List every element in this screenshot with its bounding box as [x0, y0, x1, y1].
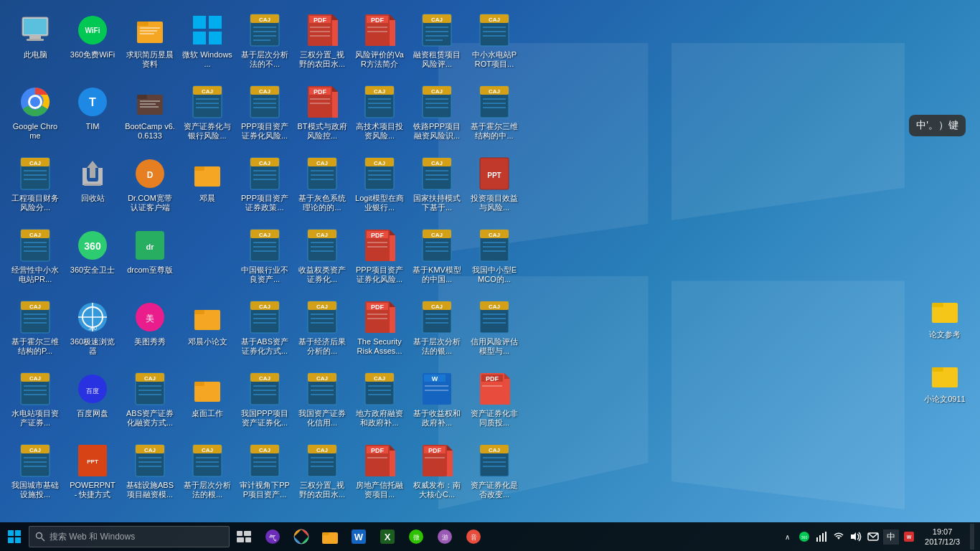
- icon-caj31[interactable]: CAJ 我国城市基础设施投...: [7, 438, 63, 509]
- icon-baidu[interactable]: 百度 百度网盘: [65, 366, 121, 438]
- language-indicator[interactable]: 中: [883, 529, 899, 545]
- icon-caj21[interactable]: CAJ 基于霍尔三维结构的P...: [7, 294, 63, 366]
- icon-label-pdf3: BT模式与政府风险控...: [297, 122, 347, 141]
- icon-caj26[interactable]: CAJ 水电站项目资产证券...: [7, 366, 63, 438]
- tray-network-icon[interactable]: [814, 529, 829, 544]
- svg-text:CAJ: CAJ: [202, 88, 213, 95]
- icon-pdf5[interactable]: PDF The Security Risk Asses...: [352, 294, 407, 366]
- icon-caj19[interactable]: CAJ 基于KMV模型的中国...: [409, 222, 465, 294]
- icon-caj11[interactable]: CAJ PPP项目资产证券政策...: [237, 151, 293, 222]
- icon-drcom[interactable]: dr drcom至尊版: [122, 222, 178, 294]
- taskbar-app-excel[interactable]: X: [373, 522, 402, 551]
- icon-pdf2[interactable]: PDF 风险评价的VaR方法简介: [352, 7, 407, 79]
- icon-recycle[interactable]: 回收站: [65, 151, 121, 222]
- tray-wps-icon[interactable]: W: [902, 529, 916, 544]
- icon-caj20[interactable]: CAJ 我国中小型EMCO的...: [466, 222, 522, 294]
- icon-resume[interactable]: 求职简历昱晨资料: [122, 7, 178, 79]
- icon-windows[interactable]: 微软 Windows ...: [179, 7, 235, 79]
- icon-word1[interactable]: W 基于收益权和政府补...: [409, 366, 465, 438]
- icon-caj15[interactable]: CAJ 经营性中小水电站PR...: [7, 222, 63, 294]
- icon-caj14[interactable]: CAJ 国家扶持模式下基于...: [409, 151, 465, 222]
- icon-pdf3[interactable]: PDF BT模式与政府风险控...: [294, 79, 350, 151]
- icon-caj18[interactable]: CAJ 收益权类资产证券化...: [294, 222, 350, 294]
- icon-caj10[interactable]: CAJ 工程项目财务风险分...: [7, 151, 63, 222]
- icon-browser360[interactable]: 360 360极速浏览器: [65, 294, 121, 366]
- tray-360-icon[interactable]: 360: [797, 529, 811, 544]
- icon-caj25[interactable]: CAJ 信用风险评估模型与...: [466, 294, 522, 366]
- icon-caj1[interactable]: CAJ 基于层次分析法的不...: [237, 7, 293, 79]
- icon-ppt1[interactable]: PPT 投资项目效益与风险...: [466, 151, 522, 222]
- icon-desktop2[interactable]: 桌面工作: [179, 366, 235, 438]
- svg-text:PDF: PDF: [371, 232, 385, 239]
- icon-label-caj26: 水电站项目资产证券...: [10, 409, 60, 428]
- show-desktop-button[interactable]: [970, 524, 974, 550]
- icon-caj32[interactable]: CAJ 基础设施ABS项目融资模...: [122, 438, 178, 509]
- icon-caj3[interactable]: CAJ 中小水电站PROT项目...: [466, 7, 522, 79]
- icon-caj12[interactable]: CAJ 基于灰色系统理论的的...: [294, 151, 350, 222]
- icon-pdf4[interactable]: PDF PPP项目资产证券化风险...: [352, 222, 407, 294]
- taskbar-app-game[interactable]: 游: [430, 522, 459, 551]
- taskbar-app-colorful[interactable]: [287, 522, 316, 551]
- icon-label-drcom2: Dr.COM宽带认证客户端: [125, 194, 175, 212]
- svg-rect-349: [819, 535, 821, 542]
- icon-caj27[interactable]: CAJ ABS资产证券化融资方式...: [122, 366, 178, 438]
- icon-chrome[interactable]: Google Chrome: [7, 79, 63, 151]
- icon-caj17[interactable]: CAJ 中国银行业不良资产...: [237, 222, 293, 294]
- icon-caj30[interactable]: CAJ 地方政府融资和政府补...: [352, 366, 407, 438]
- icon-dengxia[interactable]: 邓晨: [179, 151, 235, 222]
- icon-360wifi[interactable]: WiFi 360免费WiFi: [65, 7, 121, 79]
- icon-xiaolunwen[interactable]: 小论文0911: [917, 352, 973, 416]
- icon-drcom2[interactable]: D Dr.COM宽带认证客户端: [122, 151, 178, 222]
- icon-caj36[interactable]: CAJ 资产证券化是否改变...: [466, 438, 522, 509]
- icon-ppt2[interactable]: PPT POWERPNT - 快捷方式: [65, 438, 121, 509]
- icon-caj23[interactable]: CAJ 基于经济后果分析的...: [294, 294, 350, 366]
- icon-label-drcom: drcom至尊版: [127, 265, 173, 275]
- tray-volume-icon[interactable]: [849, 529, 863, 544]
- taskbar-clock[interactable]: 19:07 2017/12/3: [919, 527, 966, 547]
- icon-caj29[interactable]: CAJ 我国资产证券化信用...: [294, 366, 350, 438]
- start-button[interactable]: [0, 522, 29, 551]
- icon-caj33[interactable]: CAJ 基于层次分析法的根...: [179, 438, 235, 509]
- icon-caj13[interactable]: CAJ Logit模型在商业银行...: [352, 151, 407, 222]
- icon-caj35[interactable]: CAJ 三权分置_视野的农田水...: [294, 438, 350, 509]
- taskbar-app-folder[interactable]: [316, 522, 344, 551]
- tray-wifi-icon[interactable]: [831, 529, 846, 544]
- icon-computer[interactable]: 此电脑: [7, 7, 63, 79]
- taskbar-search[interactable]: 搜索 Web 和 Windows: [29, 526, 230, 547]
- icon-label-pdf4: PPP项目资产证券化风险...: [354, 265, 405, 284]
- icon-caj6[interactable]: CAJ PPP项目资产证券化风险...: [237, 79, 293, 151]
- tray-message-icon[interactable]: [866, 529, 880, 544]
- icon-caj22[interactable]: CAJ 基于ABS资产证券化方式...: [237, 294, 293, 366]
- icon-meitu[interactable]: 美 美图秀秀: [122, 294, 178, 366]
- icon-caj24[interactable]: CAJ 基于层次分析法的银...: [409, 294, 465, 366]
- icon-pdf8[interactable]: PDF 权威发布：南大核心C...: [409, 438, 465, 509]
- icon-label-ppt1: 投资项目效益与风险...: [469, 194, 519, 212]
- icon-caj34[interactable]: CAJ 审计视角下PPP项目资产...: [237, 438, 293, 509]
- icon-pdf6[interactable]: PDF 资产证券化非同质投...: [466, 366, 522, 438]
- icon-caj8[interactable]: CAJ 铁路PPP项目融资风险识...: [409, 79, 465, 151]
- svg-rect-321: [8, 530, 14, 536]
- icon-caj28[interactable]: CAJ 我国PPP项目资产证券化...: [237, 366, 293, 438]
- taskbar-app-music[interactable]: 音: [459, 522, 488, 551]
- taskbar-app-qi[interactable]: 气: [258, 522, 287, 551]
- svg-text:CAJ: CAJ: [489, 88, 500, 95]
- icon-dengxia2[interactable]: 邓晨小论文: [179, 294, 235, 366]
- icon-label-caj17: 中国银行业不良资产...: [240, 265, 290, 284]
- task-view-button[interactable]: [230, 522, 258, 551]
- icon-tim[interactable]: T TIM: [65, 79, 121, 151]
- icon-caj5[interactable]: CAJ 资产证券化与银行风险...: [179, 79, 235, 151]
- icon-pdf1[interactable]: PDF 三权分置_视野的农田水...: [294, 7, 350, 79]
- icon-safe360[interactable]: 360 360安全卫士: [65, 222, 121, 294]
- icon-label-caj7: 高技术项目投资风险...: [354, 122, 405, 141]
- icon-caj2[interactable]: CAJ 融资租赁项目风险评...: [409, 7, 465, 79]
- icon-caj9[interactable]: CAJ 基于霍尔三维结构的中...: [466, 79, 522, 151]
- icon-pdf7[interactable]: PDF 房地产信托融资项目...: [352, 438, 407, 509]
- taskbar-app-word[interactable]: W: [344, 522, 373, 551]
- icon-bootcamp[interactable]: BootCamp v6.0.6133: [122, 79, 178, 151]
- taskbar-app-wechat[interactable]: 微: [402, 522, 430, 551]
- notification-chevron[interactable]: ∧: [780, 529, 794, 544]
- icon-caj7[interactable]: CAJ 高技术项目投资风险...: [352, 79, 407, 151]
- icon-lunwen[interactable]: 论文参考: [917, 287, 973, 352]
- svg-text:CAJ: CAJ: [259, 375, 270, 382]
- svg-rect-12: [209, 16, 222, 29]
